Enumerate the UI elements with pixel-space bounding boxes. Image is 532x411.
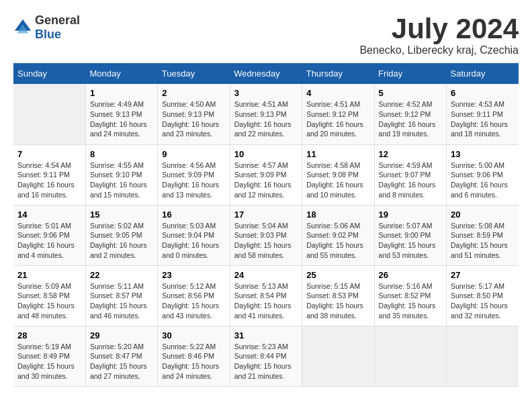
day-number: 30	[162, 330, 225, 340]
day-number: 18	[306, 210, 369, 220]
page-header: General Blue July 2024 Benecko, Libereck…	[13, 13, 519, 56]
calendar-cell: 12 Sunrise: 4:59 AM Sunset: 9:07 PM Dayl…	[374, 144, 446, 205]
calendar-cell: 20 Sunrise: 5:08 AM Sunset: 8:59 PM Dayl…	[447, 205, 519, 265]
day-number: 20	[451, 210, 515, 220]
cell-content: Sunrise: 4:50 AM Sunset: 9:13 PM Dayligh…	[162, 99, 225, 139]
logo-blue: Blue	[35, 28, 61, 41]
calendar-cell: 23 Sunrise: 5:12 AM Sunset: 8:56 PM Dayl…	[158, 265, 230, 326]
calendar-cell: 27 Sunrise: 5:17 AM Sunset: 8:50 PM Dayl…	[447, 265, 519, 326]
calendar-cell: 11 Sunrise: 4:58 AM Sunset: 9:08 PM Dayl…	[302, 144, 374, 205]
week-row-5: 28 Sunrise: 5:19 AM Sunset: 8:49 PM Dayl…	[13, 326, 519, 386]
cell-content: Sunrise: 4:57 AM Sunset: 9:09 PM Dayligh…	[234, 161, 298, 200]
cell-content: Sunrise: 5:11 AM Sunset: 8:57 PM Dayligh…	[90, 281, 153, 321]
day-number: 14	[17, 210, 81, 220]
cell-content: Sunrise: 4:52 AM Sunset: 9:12 PM Dayligh…	[379, 99, 442, 139]
calendar-cell: 5 Sunrise: 4:52 AM Sunset: 9:12 PM Dayli…	[374, 84, 446, 144]
calendar-cell: 14 Sunrise: 5:01 AM Sunset: 9:06 PM Dayl…	[13, 205, 85, 265]
day-number: 23	[162, 270, 225, 280]
calendar-table: SundayMondayTuesdayWednesdayThursdayFrid…	[13, 63, 519, 387]
calendar-cell: 8 Sunrise: 4:55 AM Sunset: 9:10 PM Dayli…	[85, 144, 157, 205]
day-number: 7	[17, 149, 81, 159]
cell-content: Sunrise: 5:07 AM Sunset: 9:00 PM Dayligh…	[379, 221, 442, 261]
day-number: 27	[451, 270, 515, 280]
header-day-friday: Friday	[374, 63, 446, 84]
day-number: 28	[17, 330, 81, 340]
calendar-cell: 2 Sunrise: 4:50 AM Sunset: 9:13 PM Dayli…	[158, 84, 230, 144]
day-number: 3	[234, 88, 298, 98]
calendar-cell: 16 Sunrise: 5:03 AM Sunset: 9:04 PM Dayl…	[158, 205, 230, 265]
week-row-4: 21 Sunrise: 5:09 AM Sunset: 8:58 PM Dayl…	[13, 265, 519, 326]
header-day-tuesday: Tuesday	[158, 63, 230, 84]
cell-content: Sunrise: 5:09 AM Sunset: 8:58 PM Dayligh…	[17, 281, 81, 321]
day-number: 4	[306, 88, 369, 98]
calendar-cell: 17 Sunrise: 5:04 AM Sunset: 9:03 PM Dayl…	[230, 205, 302, 265]
logo-general: General	[35, 13, 80, 27]
cell-content: Sunrise: 5:04 AM Sunset: 9:03 PM Dayligh…	[234, 221, 298, 261]
calendar-cell: 31 Sunrise: 5:23 AM Sunset: 8:44 PM Dayl…	[230, 326, 302, 386]
header-day-wednesday: Wednesday	[230, 63, 302, 84]
day-number: 13	[451, 149, 515, 159]
calendar-cell: 9 Sunrise: 4:56 AM Sunset: 9:09 PM Dayli…	[158, 144, 230, 205]
cell-content: Sunrise: 4:55 AM Sunset: 9:10 PM Dayligh…	[90, 161, 153, 200]
cell-content: Sunrise: 4:59 AM Sunset: 9:07 PM Dayligh…	[379, 161, 442, 200]
calendar-cell: 21 Sunrise: 5:09 AM Sunset: 8:58 PM Dayl…	[13, 265, 85, 326]
title-section: July 2024 Benecko, Liberecky kraj, Czech…	[359, 13, 519, 56]
week-row-2: 7 Sunrise: 4:54 AM Sunset: 9:11 PM Dayli…	[13, 144, 519, 205]
header-day-sunday: Sunday	[13, 63, 85, 84]
header-day-thursday: Thursday	[302, 63, 374, 84]
day-number: 11	[306, 149, 369, 159]
calendar-cell: 15 Sunrise: 5:02 AM Sunset: 9:05 PM Dayl…	[85, 205, 157, 265]
calendar-cell: 22 Sunrise: 5:11 AM Sunset: 8:57 PM Dayl…	[85, 265, 157, 326]
cell-content: Sunrise: 4:51 AM Sunset: 9:12 PM Dayligh…	[306, 99, 369, 139]
subtitle: Benecko, Liberecky kraj, Czechia	[359, 44, 519, 56]
day-number: 5	[379, 88, 442, 98]
calendar-cell: 30 Sunrise: 5:22 AM Sunset: 8:46 PM Dayl…	[158, 326, 230, 386]
header-day-saturday: Saturday	[447, 63, 519, 84]
day-number: 19	[379, 210, 442, 220]
calendar-cell	[302, 326, 374, 386]
cell-content: Sunrise: 5:12 AM Sunset: 8:56 PM Dayligh…	[162, 281, 225, 321]
calendar-cell: 25 Sunrise: 5:15 AM Sunset: 8:53 PM Dayl…	[302, 265, 374, 326]
day-number: 24	[234, 270, 298, 280]
cell-content: Sunrise: 4:49 AM Sunset: 9:13 PM Dayligh…	[90, 99, 153, 139]
calendar-cell: 18 Sunrise: 5:06 AM Sunset: 9:02 PM Dayl…	[302, 205, 374, 265]
day-number: 26	[379, 270, 442, 280]
cell-content: Sunrise: 4:54 AM Sunset: 9:11 PM Dayligh…	[17, 161, 81, 200]
cell-content: Sunrise: 4:58 AM Sunset: 9:08 PM Dayligh…	[306, 161, 369, 200]
calendar-cell: 19 Sunrise: 5:07 AM Sunset: 9:00 PM Dayl…	[374, 205, 446, 265]
cell-content: Sunrise: 4:53 AM Sunset: 9:11 PM Dayligh…	[451, 99, 515, 139]
cell-content: Sunrise: 5:17 AM Sunset: 8:50 PM Dayligh…	[451, 281, 515, 321]
cell-content: Sunrise: 4:56 AM Sunset: 9:09 PM Dayligh…	[162, 161, 225, 200]
day-number: 17	[234, 210, 298, 220]
calendar-cell: 1 Sunrise: 4:49 AM Sunset: 9:13 PM Dayli…	[85, 84, 157, 144]
cell-content: Sunrise: 5:19 AM Sunset: 8:49 PM Dayligh…	[17, 342, 81, 381]
cell-content: Sunrise: 4:51 AM Sunset: 9:13 PM Dayligh…	[234, 99, 298, 139]
calendar-cell: 6 Sunrise: 4:53 AM Sunset: 9:11 PM Dayli…	[447, 84, 519, 144]
cell-content: Sunrise: 5:15 AM Sunset: 8:53 PM Dayligh…	[306, 281, 369, 321]
header-row: SundayMondayTuesdayWednesdayThursdayFrid…	[13, 63, 519, 84]
day-number: 29	[90, 330, 153, 340]
cell-content: Sunrise: 5:03 AM Sunset: 9:04 PM Dayligh…	[162, 221, 225, 261]
cell-content: Sunrise: 5:06 AM Sunset: 9:02 PM Dayligh…	[306, 221, 369, 261]
logo: General Blue	[13, 13, 80, 42]
calendar-cell: 29 Sunrise: 5:20 AM Sunset: 8:47 PM Dayl…	[85, 326, 157, 386]
day-number: 21	[17, 270, 81, 280]
cell-content: Sunrise: 5:02 AM Sunset: 9:05 PM Dayligh…	[90, 221, 153, 261]
calendar-cell: 28 Sunrise: 5:19 AM Sunset: 8:49 PM Dayl…	[13, 326, 85, 386]
calendar-cell	[374, 326, 446, 386]
week-row-3: 14 Sunrise: 5:01 AM Sunset: 9:06 PM Dayl…	[13, 205, 519, 265]
logo-icon	[13, 18, 32, 37]
cell-content: Sunrise: 5:20 AM Sunset: 8:47 PM Dayligh…	[90, 342, 153, 381]
cell-content: Sunrise: 5:01 AM Sunset: 9:06 PM Dayligh…	[17, 221, 81, 261]
calendar-cell	[13, 84, 85, 144]
week-row-1: 1 Sunrise: 4:49 AM Sunset: 9:13 PM Dayli…	[13, 84, 519, 144]
day-number: 8	[90, 149, 153, 159]
day-number: 12	[379, 149, 442, 159]
logo-text: General Blue	[35, 13, 80, 42]
calendar-cell: 13 Sunrise: 5:00 AM Sunset: 9:06 PM Dayl…	[447, 144, 519, 205]
day-number: 2	[162, 88, 225, 98]
cell-content: Sunrise: 5:23 AM Sunset: 8:44 PM Dayligh…	[234, 342, 298, 381]
calendar-cell: 4 Sunrise: 4:51 AM Sunset: 9:12 PM Dayli…	[302, 84, 374, 144]
day-number: 16	[162, 210, 225, 220]
calendar-cell: 24 Sunrise: 5:13 AM Sunset: 8:54 PM Dayl…	[230, 265, 302, 326]
